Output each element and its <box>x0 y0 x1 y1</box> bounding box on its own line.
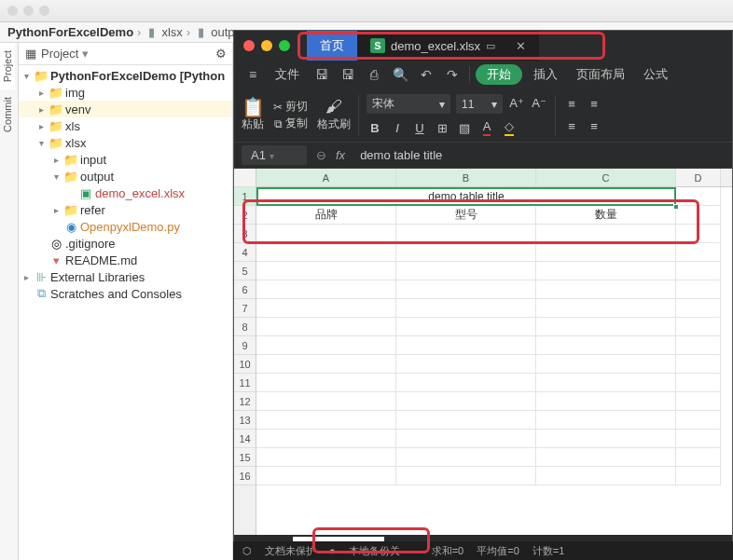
menu-icon[interactable]: ≡ <box>242 63 264 86</box>
undo-icon[interactable]: ↶ <box>415 63 437 86</box>
copy-button[interactable]: ⧉复制 <box>274 116 308 131</box>
tree-row[interactable]: ▾README.md <box>19 252 232 268</box>
cell[interactable] <box>396 318 536 336</box>
cell[interactable] <box>676 355 721 374</box>
cell[interactable] <box>536 430 676 448</box>
cell[interactable] <box>536 299 676 318</box>
row-header[interactable]: 15 <box>234 448 256 467</box>
tab-project[interactable]: Project <box>0 43 15 89</box>
cell[interactable] <box>536 280 676 299</box>
cell[interactable] <box>256 392 396 411</box>
tree-arrow-icon[interactable]: ▸ <box>35 88 47 98</box>
row-header[interactable]: 10 <box>234 355 256 374</box>
tree-arrow-icon[interactable]: ▾ <box>35 138 47 148</box>
cell[interactable] <box>256 411 396 430</box>
cell[interactable] <box>256 374 396 392</box>
tree-arrow-icon[interactable]: ▸ <box>21 272 32 282</box>
merged-title-cell[interactable]: demo table title <box>256 187 676 206</box>
cell[interactable] <box>396 467 536 485</box>
print-icon[interactable]: ⎙ <box>363 63 385 86</box>
cancel-icon[interactable]: ⊖ <box>316 148 326 162</box>
cells-area[interactable]: demo table title品牌型号数量 <box>256 187 732 485</box>
decrease-font-icon[interactable]: A⁻ <box>531 94 547 111</box>
close-tab-icon[interactable]: ✕ <box>516 39 526 53</box>
paste-icon[interactable]: 📋 <box>244 99 261 116</box>
tree-arrow-icon[interactable]: ▸ <box>50 205 62 215</box>
tree-row[interactable]: ▾📁xlsx <box>19 134 232 151</box>
print-preview-icon[interactable]: 🔍 <box>389 63 411 86</box>
select-all-corner[interactable] <box>234 169 256 187</box>
cell[interactable] <box>676 262 721 280</box>
tree-row[interactable]: ▾📁PythonForExcelDemo [Python <box>19 67 232 84</box>
cell[interactable] <box>676 299 721 318</box>
ribbon-tab-start[interactable]: 开始 <box>476 64 522 85</box>
row-header[interactable]: 8 <box>234 318 256 336</box>
tab-file[interactable]: S demo_excel.xlsx ▭ ✕ <box>357 31 539 61</box>
cell[interactable] <box>536 374 676 392</box>
cell[interactable] <box>676 206 721 225</box>
tree-row[interactable]: ◎.gitignore <box>19 235 232 252</box>
cell[interactable] <box>536 243 676 262</box>
tree-row[interactable]: ⧉Scratches and Consoles <box>19 285 232 302</box>
cell[interactable] <box>256 448 396 467</box>
tree-row[interactable]: ▸📁venv <box>19 101 232 117</box>
presentation-icon[interactable]: ▭ <box>486 40 495 52</box>
cell[interactable] <box>256 355 396 374</box>
underline-icon[interactable]: U <box>411 119 428 136</box>
row-header[interactable]: 5 <box>234 262 256 280</box>
row-header[interactable]: 13 <box>234 411 256 430</box>
column-header[interactable]: D <box>676 169 721 186</box>
row-header[interactable]: 14 <box>234 430 256 448</box>
cell[interactable] <box>676 187 721 206</box>
cell[interactable] <box>676 374 721 392</box>
header-cell[interactable]: 品牌 <box>256 206 396 225</box>
header-cell[interactable]: 数量 <box>536 206 676 225</box>
row-header[interactable]: 9 <box>234 336 256 355</box>
cell[interactable] <box>676 411 721 430</box>
align-middle-icon[interactable]: ≡ <box>586 96 602 113</box>
font-size-select[interactable]: 11▾ <box>456 94 503 114</box>
column-header[interactable]: B <box>396 169 536 186</box>
cell[interactable] <box>396 430 536 448</box>
border-icon[interactable]: ⊞ <box>434 119 450 136</box>
tab-commit[interactable]: Commit <box>0 89 15 140</box>
cell[interactable] <box>676 430 721 448</box>
save-icon[interactable]: 🖫 <box>311 63 333 86</box>
cell[interactable] <box>396 225 536 243</box>
row-header[interactable]: 4 <box>234 243 256 262</box>
cell[interactable] <box>536 262 676 280</box>
cell[interactable] <box>256 225 396 243</box>
tree-row[interactable]: ▸📁input <box>19 151 232 168</box>
cell[interactable] <box>256 243 396 262</box>
formula-input[interactable]: demo table title <box>354 148 725 162</box>
tree-arrow-icon[interactable]: ▾ <box>50 171 62 182</box>
cell[interactable] <box>676 467 721 485</box>
row-header[interactable]: 2 <box>234 206 256 225</box>
cell[interactable] <box>676 225 721 243</box>
cell[interactable] <box>676 448 721 467</box>
ribbon-tab-layout[interactable]: 页面布局 <box>569 66 632 83</box>
cell[interactable] <box>536 411 676 430</box>
row-header[interactable]: 3 <box>234 225 256 243</box>
tree-row[interactable]: ▾📁output <box>19 168 232 184</box>
tree-row[interactable]: ▸⊪External Libraries <box>19 268 232 285</box>
cell[interactable] <box>256 430 396 448</box>
cell[interactable] <box>256 318 396 336</box>
tab-home[interactable]: 首页 <box>307 31 357 61</box>
align-center-icon[interactable]: ≡ <box>586 118 602 135</box>
row-header[interactable]: 6 <box>234 280 256 299</box>
cell[interactable] <box>396 448 536 467</box>
cell[interactable] <box>396 262 536 280</box>
tree-row[interactable]: ▸📁refer <box>19 201 232 218</box>
tree-row[interactable]: ▣demo_excel.xlsx <box>19 184 232 201</box>
bold-icon[interactable]: B <box>366 119 383 136</box>
cell[interactable] <box>396 355 536 374</box>
fill-shape-icon[interactable]: ▧ <box>456 119 473 136</box>
minimize-icon[interactable] <box>261 40 272 51</box>
crumb-root[interactable]: PythonForExcelDemo <box>7 25 133 39</box>
cell[interactable] <box>676 243 721 262</box>
traffic-light-max[interactable] <box>39 6 49 16</box>
format-painter-icon[interactable]: 🖌 <box>325 99 342 116</box>
cell[interactable] <box>396 243 536 262</box>
increase-font-icon[interactable]: A⁺ <box>508 94 525 111</box>
